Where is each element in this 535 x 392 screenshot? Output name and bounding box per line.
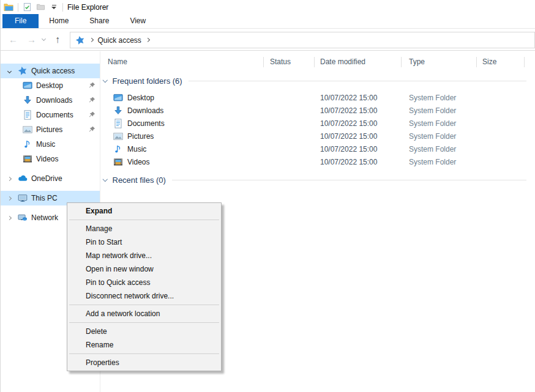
sidebar-item-quick-access[interactable]: Quick access: [1, 64, 100, 78]
item-size: [477, 155, 525, 168]
forward-icon[interactable]: →: [27, 35, 36, 44]
chevron-down-icon[interactable]: [6, 70, 12, 73]
chevron-right-icon[interactable]: [6, 216, 12, 220]
menu-item-disconnect-network-drive[interactable]: Disconnect network drive...: [67, 289, 221, 303]
group-label[interactable]: Frequent folders (6): [113, 76, 182, 86]
sidebar-item-label: Videos: [36, 155, 58, 163]
item-size: [477, 130, 525, 142]
column-header-status[interactable]: Status: [264, 54, 315, 70]
breadcrumb-chevron-icon[interactable]: [89, 38, 93, 42]
menu-item-manage[interactable]: Manage: [67, 222, 221, 235]
list-item-pictures[interactable]: Pictures 10/07/2022 15:00 System Folder: [100, 130, 535, 142]
tree-gap: [1, 166, 100, 171]
tab-share[interactable]: Share: [79, 14, 119, 28]
desktop-icon: [23, 81, 32, 91]
documents-icon: [113, 119, 123, 128]
onedrive-icon: [18, 174, 28, 183]
tab-view[interactable]: View: [119, 14, 156, 28]
group-header-frequent-folders[interactable]: Frequent folders (6): [103, 75, 526, 87]
item-name: Videos: [127, 158, 149, 166]
menu-item-add-a-network-location[interactable]: Add a network location: [67, 307, 221, 320]
quick-access-icon[interactable]: [75, 35, 85, 45]
menu-item-pin-to-quick-access[interactable]: Pin to Quick access: [67, 276, 221, 289]
item-type: System Folder: [402, 142, 477, 155]
sidebar-item-documents[interactable]: Documents: [1, 108, 100, 122]
quick-access-icon: [18, 66, 28, 76]
item-name: Downloads: [127, 106, 163, 115]
pin-icon: [89, 82, 95, 89]
sidebar-item-videos[interactable]: Videos: [1, 152, 100, 166]
sidebar-item-onedrive[interactable]: OneDrive: [1, 171, 100, 186]
list-item-videos[interactable]: Videos 10/07/2022 15:00 System Folder: [100, 155, 535, 168]
back-icon[interactable]: ←: [9, 35, 18, 44]
downloads-icon: [113, 106, 123, 116]
qat-customize-icon[interactable]: [50, 4, 58, 10]
tab-home[interactable]: Home: [39, 14, 79, 28]
list-item-documents[interactable]: Documents 10/07/2022 15:00 System Folder: [100, 117, 535, 130]
chevron-down-icon[interactable]: [103, 78, 108, 83]
list-item-desktop[interactable]: Desktop 10/07/2022 15:00 System Folder: [100, 91, 535, 104]
column-header-name[interactable]: Name: [100, 54, 264, 70]
file-explorer-window: File Explorer File Home Share View ← → ↑…: [0, 0, 535, 392]
group-label[interactable]: Recent files (0): [113, 176, 166, 185]
tab-file[interactable]: File: [2, 14, 39, 28]
item-size: [477, 104, 525, 117]
item-status: [264, 104, 315, 117]
list-item-music[interactable]: Music 10/07/2022 15:00 System Folder: [100, 142, 535, 155]
breadcrumb-chevron-icon[interactable]: [146, 38, 149, 42]
chevron-down-icon[interactable]: [103, 177, 108, 182]
chevron-right-icon[interactable]: [6, 177, 12, 180]
item-name: Desktop: [127, 94, 154, 102]
item-status: [264, 155, 315, 168]
titlebar-separator: [18, 3, 18, 12]
column-header-date-modified[interactable]: Date modified: [315, 54, 402, 70]
desktop-icon: [113, 93, 123, 103]
sidebar-item-label: OneDrive: [31, 174, 62, 183]
column-header-type[interactable]: Type: [402, 54, 477, 70]
sidebar-item-label: Documents: [36, 111, 73, 119]
qat-properties-icon[interactable]: [23, 2, 32, 12]
menu-separator: [69, 220, 219, 220]
menu-item-open-in-new-window[interactable]: Open in new window: [67, 262, 221, 276]
breadcrumb-location[interactable]: Quick access: [98, 36, 141, 45]
documents-icon: [23, 110, 32, 120]
item-status: [264, 142, 315, 155]
menu-separator: [69, 305, 219, 305]
qat-new-folder-icon[interactable]: [36, 2, 45, 12]
videos-icon: [113, 157, 123, 167]
window-title: File Explorer: [67, 3, 108, 12]
column-headers: Name Status Date modified Type Size: [100, 54, 535, 70]
recent-locations-icon[interactable]: [42, 36, 46, 40]
pictures-icon: [23, 125, 32, 135]
group-header-recent-files[interactable]: Recent files (0): [103, 174, 526, 186]
sidebar-item-downloads[interactable]: Downloads: [1, 93, 100, 108]
sidebar-item-label: Music: [36, 140, 55, 149]
group-rule: [189, 81, 526, 81]
menu-item-map-network-drive[interactable]: Map network drive...: [67, 249, 221, 262]
sidebar-item-music[interactable]: Music: [1, 137, 100, 152]
sidebar-item-label: Pictures: [36, 125, 62, 134]
item-type: System Folder: [402, 104, 477, 117]
item-status: [264, 130, 315, 142]
item-type: System Folder: [402, 155, 477, 168]
sidebar-item-label: Desktop: [36, 81, 63, 90]
item-name: Documents: [127, 119, 165, 128]
menu-item-pin-to-start[interactable]: Pin to Start: [67, 235, 221, 249]
item-type: System Folder: [402, 91, 477, 104]
item-status: [264, 91, 315, 104]
chevron-right-icon[interactable]: [6, 197, 12, 200]
menu-item-expand[interactable]: Expand: [67, 204, 221, 218]
column-header-size[interactable]: Size: [477, 54, 525, 70]
up-icon[interactable]: ↑: [55, 35, 60, 45]
sidebar-item-desktop[interactable]: Desktop: [1, 78, 100, 93]
menu-item-delete[interactable]: Delete: [67, 325, 221, 338]
menu-item-properties[interactable]: Properties: [67, 356, 221, 369]
list-item-downloads[interactable]: Downloads 10/07/2022 15:00 System Folder: [100, 104, 535, 117]
breadcrumb[interactable]: Quick access: [70, 32, 535, 48]
pictures-icon: [113, 131, 123, 141]
menu-item-rename[interactable]: Rename: [67, 338, 221, 352]
sidebar-item-pictures[interactable]: Pictures: [1, 122, 100, 137]
music-icon: [23, 139, 32, 149]
frequent-folders-list: Desktop 10/07/2022 15:00 System Folder D…: [100, 91, 535, 168]
item-status: [264, 117, 315, 130]
